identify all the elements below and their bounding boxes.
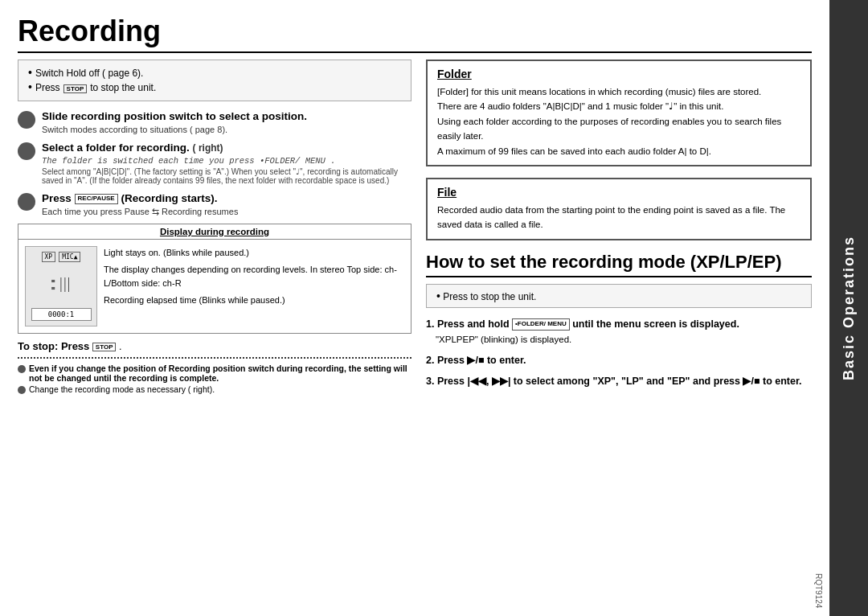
display-notes: Light stays on. (Blinks while paused.) T… [104,246,404,326]
file-section-text: Recorded audio data from the starting po… [437,203,800,232]
how-to-press: Press to stop the unit. [443,291,536,302]
device-middle: ≡ ||| ≡ ||| [51,277,71,292]
how-step-2-text: Press ▶/■ to enter. [437,355,526,366]
step-1-content: Slide recording position switch to selec… [42,109,307,134]
step-2-title: Select a folder for recording. ( right) [42,141,411,155]
display-box-title: Display during recording [18,224,411,240]
display-note-3: Recording elapsed time (Blinks while pau… [104,294,404,307]
side-tab: Basic Operations [829,0,868,616]
how-step-2: 2. Press ▶/■ to enter. [426,352,812,368]
how-step-1: 1. Press and hold •FOLDER/ MENU until th… [426,316,812,347]
how-to-section: How to set the recording mode (XP/LP/EP)… [426,252,812,389]
folder-section-title: Folder [437,68,800,80]
display-during-recording-box: Display during recording XP MIC▲ ≡ ||| ≡… [18,224,411,334]
top-info-box: • Switch Hold off ( page 6). • Press STO… [18,60,411,101]
how-step-3: 3. Press |◀◀, ▶▶| to select among "XP", … [426,373,812,389]
to-stop-line: To stop: Press STOP . [18,340,411,352]
step-3-prefix: Press [42,192,72,204]
mic-label: MIC▲ [59,252,80,262]
how-to-steps: 1. Press and hold •FOLDER/ MENU until th… [426,316,812,388]
folder-line-1: [Folder] for this unit means locations i… [437,84,800,99]
step-3-content: Press REC/PAUSE (Recording starts). Each… [42,191,238,217]
info-bullet-2-prefix: Press [35,82,60,93]
step-3-title: Press REC/PAUSE (Recording starts). [42,191,238,206]
step-1-title: Slide recording position switch to selec… [42,109,307,124]
how-step-1-num: 1. [426,318,437,330]
step-3-sub: Each time you press Pause ⇆ Recording re… [42,207,238,217]
warning-1-text: Even if you change the position of Recor… [29,363,411,383]
stop-badge-top: STOP [63,84,88,93]
how-to-bullet: • Press to stop the unit. [436,290,801,302]
step-2-sub-italic: The folder is switched each time you pre… [42,156,411,166]
warning-circle-1 [18,365,26,373]
how-to-info-box: • Press to stop the unit. [426,284,812,308]
two-col-layout: • Switch Hold off ( page 6). • Press STO… [18,60,812,608]
how-step-3-main: 3. Press |◀◀, ▶▶| to select among "XP", … [426,373,812,389]
step-2-title-suffix: ( right) [193,142,223,154]
stop-badge-bottom: STOP [92,343,117,351]
warning-1: Even if you change the position of Recor… [18,363,411,383]
step-1: Slide recording position switch to selec… [18,109,411,134]
folder-line-2: There are 4 audio folders "A|B|C|D|" and… [437,99,800,113]
info-bullet-1-text: Switch Hold off ( page 6). [35,68,144,79]
device-diagram: XP MIC▲ ≡ ||| ≡ ||| 0000:1 [25,246,97,326]
folder-section-text: [Folder] for this unit means locations i… [437,84,800,158]
to-stop-text: To stop: Press [18,340,89,352]
page-container: Recording • Switch Hold off ( page 6). •… [0,0,868,616]
warning-2-text: Change the recording mode as necessary (… [29,384,215,394]
info-bullet-2-suffix: to stop the unit. [90,82,156,93]
step-2: Select a folder for recording. ( right) … [18,141,411,186]
how-step-2-num: 2. [426,355,437,366]
dotted-separator [18,357,411,359]
side-tab-text: Basic Operations [841,236,858,380]
how-step-1-main: 1. Press and hold •FOLDER/ MENU until th… [426,316,812,332]
step-1-sub: Switch modes according to situations ( p… [42,125,307,134]
folder-line-4: A maximum of 99 files can be saved into … [437,144,800,158]
how-to-title: How to set the recording mode (XP/LP/EP) [426,252,812,277]
step-1-circle [18,111,35,129]
step-2-title-text: Select a folder for recording. [42,142,190,154]
folder-section: Folder [Folder] for this unit means loca… [426,60,812,166]
how-step-1-sub: "XPLPEP" (blinking) is displayed. [436,332,812,347]
right-column: Folder [Folder] for this unit means loca… [426,60,812,608]
display-box-inner: XP MIC▲ ≡ ||| ≡ ||| 0000:1 [18,240,411,333]
file-section-title: File [437,186,800,199]
rec-badge: REC/PAUSE [75,194,118,203]
info-bullet-1: • Switch Hold off ( page 6). [28,66,401,79]
file-section: File Recorded audio data from the starti… [426,178,812,240]
xp-label: XP [42,252,56,262]
main-content: Recording • Switch Hold off ( page 6). •… [0,0,829,616]
how-step-3-text: Press |◀◀, ▶▶| to select among "XP", "LP… [437,376,802,387]
display-note-1: Light stays on. (Blinks while paused.) [104,246,404,260]
step-3-circle [18,193,35,211]
how-step-3-num: 3. [426,376,437,387]
left-column: • Switch Hold off ( page 6). • Press STO… [18,60,411,608]
info-bullet-2: • Press STOP to stop the unit. [28,80,401,93]
folder-line-3: Using each folder according to the purpo… [437,114,800,144]
product-code: RQT9124 [814,573,823,608]
folder-menu-badge: •FOLDER/ MENU [512,318,570,331]
step-3-suffix: (Recording starts). [121,192,217,204]
how-step-1-bold: Press and hold [437,318,510,330]
display-note-2: The display changes depending on recordi… [104,263,404,290]
warning-2: Change the recording mode as necessary (… [18,384,411,394]
step-3: Press REC/PAUSE (Recording starts). Each… [18,191,411,217]
how-step-1-suffix: until the menu screen is displayed. [572,318,739,330]
warning-circle-2 [18,386,26,394]
step-2-sub-small: Select among "A|B|C|D|". (The factory se… [42,167,411,185]
step-2-circle [18,142,35,160]
page-title: Recording [18,14,812,53]
device-display: 0000:1 [31,308,92,321]
how-step-2-main: 2. Press ▶/■ to enter. [426,352,812,368]
step-2-content: Select a folder for recording. ( right) … [42,141,411,186]
device-top: XP MIC▲ [29,252,93,262]
